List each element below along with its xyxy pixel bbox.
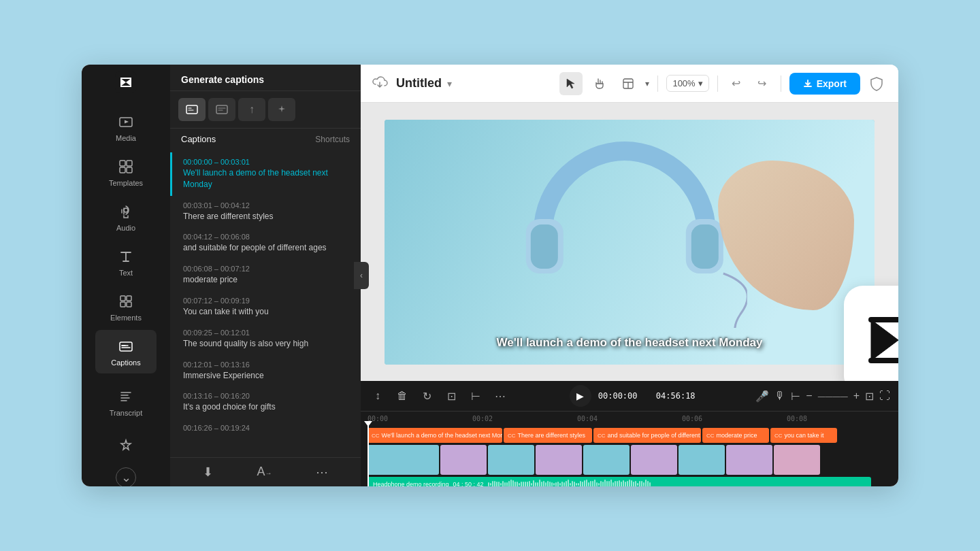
shield-button[interactable] <box>866 73 887 95</box>
panel-tab-auto[interactable] <box>178 98 206 121</box>
zoom-in-icon[interactable]: + <box>853 390 860 402</box>
caption-item[interactable]: 00:03:01 – 00:04:12 There are different … <box>170 196 361 228</box>
video-clip[interactable] <box>631 445 677 475</box>
timeline-loop-button[interactable]: ↻ <box>418 387 436 405</box>
timeline-delete-button[interactable]: 🗑 <box>393 387 411 405</box>
video-clip[interactable] <box>726 445 772 475</box>
caption-item[interactable]: 00:04:12 – 00:06:08 and suitable for peo… <box>170 227 361 259</box>
waveform-bar <box>576 483 577 486</box>
playhead[interactable] <box>368 425 369 486</box>
video-clip[interactable] <box>583 445 630 475</box>
play-button[interactable]: ▶ <box>570 385 591 407</box>
video-clip[interactable] <box>774 445 820 475</box>
panel-collapse-button[interactable]: ‹ <box>354 262 369 289</box>
captions-label: Captions <box>181 134 216 144</box>
media-icon <box>116 112 135 131</box>
caption-item[interactable]: 00:13:16 – 00:16:20 It's a good choice f… <box>170 386 361 418</box>
zoom-out-icon[interactable]: − <box>806 390 812 402</box>
caption-item[interactable]: 00:09:25 – 00:12:01 The sound quality is… <box>170 323 361 355</box>
cloud-save-icon[interactable] <box>372 75 388 92</box>
captions-list: 00:00:00 – 00:03:01 We'll launch a demo … <box>170 150 361 457</box>
caption-clip[interactable]: CCThere are different styles <box>504 428 592 443</box>
zoom-control[interactable]: 100% ▾ <box>666 75 708 92</box>
transcript-icon <box>116 387 135 406</box>
translate-captions-button[interactable]: A→ <box>257 465 272 480</box>
app-container: Media Templates <box>82 65 898 486</box>
export-button[interactable]: Export <box>789 73 860 95</box>
mic-icon[interactable]: 🎤 <box>755 390 769 403</box>
pan-tool-button[interactable] <box>588 72 611 95</box>
panel-tab-ai[interactable] <box>268 98 295 121</box>
sidebar-item-audio[interactable]: Audio <box>95 195 157 239</box>
redo-button[interactable]: ↪ <box>752 73 772 94</box>
panel-tab-manual[interactable] <box>208 98 235 121</box>
fullscreen-icon[interactable]: ⛶ <box>879 390 890 402</box>
waveform-bar <box>643 482 644 486</box>
caption-item[interactable]: 00:16:26 – 00:19:24 <box>170 418 361 439</box>
caption-text: moderate price <box>183 274 350 286</box>
caption-item[interactable]: 00:00:00 – 00:03:01 We'll launch a demo … <box>170 152 361 196</box>
video-clip[interactable] <box>368 445 439 475</box>
audio-icon <box>116 202 135 221</box>
sidebar-item-label-media: Media <box>116 134 136 142</box>
caption-clip[interactable]: CCand suitable for people of different a… <box>593 428 701 443</box>
sidebar-more-button[interactable]: ⌄ <box>116 467 136 486</box>
svg-rect-13 <box>120 342 132 351</box>
caption-time: 00:00:00 – 00:03:01 <box>183 158 350 166</box>
waveform-bar <box>594 480 595 486</box>
shortcuts-label[interactable]: Shortcuts <box>315 135 350 144</box>
caption-text: The sound quality is also very high <box>183 338 350 350</box>
timeline-split-button[interactable]: ⊢ <box>467 387 485 405</box>
panel-tab-upload[interactable]: ↑ <box>238 98 265 121</box>
app-logo[interactable] <box>114 71 138 93</box>
sidebar-item-star[interactable] <box>95 429 157 462</box>
waveform-bar <box>506 482 508 486</box>
sidebar-item-transcript[interactable]: Transcript <box>95 380 157 424</box>
fit-icon[interactable]: ⊡ <box>865 390 874 403</box>
select-tool-button[interactable] <box>559 72 583 95</box>
video-clip[interactable] <box>536 445 582 475</box>
waveform-bar <box>519 483 520 486</box>
caption-text: and suitable for people of different age… <box>183 242 350 254</box>
caption-clip[interactable]: CCyou can take it <box>770 428 837 443</box>
captions-settings-button[interactable]: ⋯ <box>316 465 328 480</box>
audio-clip[interactable]: Headphone demo recording 04 : 50 : 42 <box>368 477 871 486</box>
caption-clip[interactable]: CCmoderate price <box>702 428 769 443</box>
timeline-crop-button[interactable]: ⊡ <box>442 387 460 405</box>
svg-rect-11 <box>120 302 125 307</box>
timeline-right-controls: 🎤 🎙 ⊢ − ———— + ⊡ ⛶ <box>755 390 890 403</box>
waveform-bar <box>623 480 624 486</box>
timeline-arrow-icon[interactable]: ↕ <box>369 387 387 405</box>
layout-tool-button[interactable] <box>617 72 640 95</box>
waveform-bar <box>500 483 502 486</box>
waveform-bar <box>602 482 604 486</box>
timeline-split-icon[interactable]: ⊢ <box>791 390 800 403</box>
caption-item[interactable]: 00:06:08 – 00:07:12 moderate price <box>170 259 361 291</box>
waveform-bar <box>647 481 649 486</box>
download-captions-button[interactable]: ⬇ <box>203 465 213 480</box>
zoom-value: 100% <box>672 78 695 88</box>
caption-text: Immersive Experience <box>183 370 350 382</box>
sidebar-item-captions[interactable]: Captions <box>95 330 157 373</box>
waveform-bar <box>629 480 630 486</box>
sidebar-item-templates[interactable]: Templates <box>95 150 157 194</box>
waveform-bar <box>578 483 579 486</box>
voiceover-icon[interactable]: 🎙 <box>774 390 785 402</box>
video-clip[interactable] <box>488 445 534 475</box>
video-clip[interactable] <box>440 445 487 475</box>
caption-item[interactable]: 00:07:12 – 00:09:19 You can take it with… <box>170 291 361 323</box>
undo-button[interactable]: ↩ <box>726 73 747 94</box>
sidebar-item-text[interactable]: Text <box>95 240 157 284</box>
caption-clip[interactable]: CCWe'll launch a demo of the headset nex… <box>368 428 502 443</box>
ruler-mark: 00:06 <box>682 415 787 422</box>
svg-rect-4 <box>120 161 125 166</box>
svg-rect-6 <box>120 167 125 173</box>
sidebar-item-elements[interactable]: Elements <box>95 285 157 329</box>
sidebar-item-media[interactable]: Media <box>95 105 157 149</box>
zoom-slider[interactable]: ———— <box>818 392 848 400</box>
title-chevron-icon[interactable]: ▾ <box>447 78 452 89</box>
caption-item[interactable]: 00:12:01 – 00:13:16 Immersive Experience <box>170 355 361 387</box>
project-title[interactable]: Untitled <box>396 76 442 90</box>
video-clip[interactable] <box>679 445 725 475</box>
timeline-more-button[interactable]: ⋯ <box>491 387 509 405</box>
